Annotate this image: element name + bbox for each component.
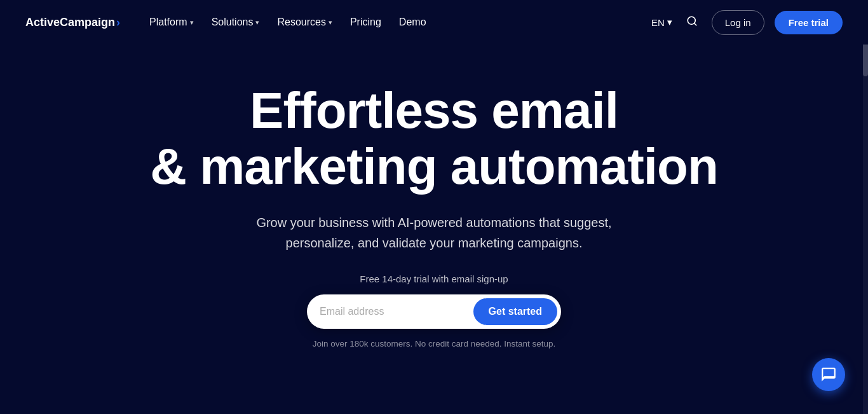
email-form: Get started [307,294,561,329]
nav-item-platform[interactable]: Platform ▾ [143,11,200,33]
hero-subtitle: Grow your business with AI-powered autom… [250,212,618,253]
svg-line-1 [694,23,696,25]
logo-arrow: › [116,16,120,29]
login-button[interactable]: Log in [712,10,764,35]
chevron-down-icon: ▾ [190,18,194,27]
logo[interactable]: ActiveCampaign › [25,16,120,29]
trial-label: Free 14-day trial with email sign-up [360,273,508,284]
chevron-down-icon: ▾ [255,18,259,27]
logo-text: ActiveCampaign [25,16,115,29]
chat-button[interactable] [812,358,845,391]
free-trial-button[interactable]: Free trial [775,11,843,34]
email-input[interactable] [320,306,473,317]
nav-item-demo[interactable]: Demo [393,11,433,33]
hero-section: Effortless email & marketing automation … [0,45,868,374]
navbar-left: ActiveCampaign › Platform ▾ Solutions ▾ … [25,11,433,33]
navbar-right: EN ▾ Log in Free trial [651,10,843,35]
chevron-down-icon: ▾ [667,17,672,28]
nav-item-solutions[interactable]: Solutions ▾ [205,11,266,33]
get-started-button[interactable]: Get started [473,298,557,325]
social-proof: Join over 180k customers. No credit card… [313,339,556,348]
nav-links: Platform ▾ Solutions ▾ Resources ▾ Prici… [143,11,432,33]
search-button[interactable] [682,11,702,34]
chevron-down-icon: ▾ [329,18,332,27]
language-selector[interactable]: EN ▾ [651,17,672,28]
scrollbar[interactable] [863,0,868,414]
nav-item-pricing[interactable]: Pricing [344,11,388,33]
navbar: ActiveCampaign › Platform ▾ Solutions ▾ … [0,0,868,45]
hero-title: Effortless email & marketing automation [150,83,718,195]
nav-item-resources[interactable]: Resources ▾ [271,11,338,33]
